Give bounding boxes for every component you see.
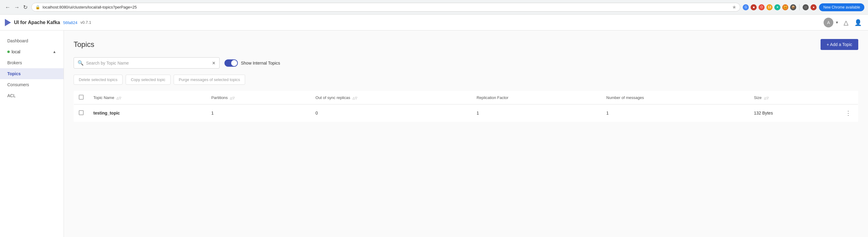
app-header: UI for Apache Kafka 56fa824 v0.7.1 A ▼ △… <box>0 15 868 30</box>
toggle-group: Show Internal Topics <box>224 59 280 67</box>
header-num-messages: Number of messages <box>601 91 749 104</box>
search-box: 🔍 ✕ <box>73 57 220 69</box>
header-topic-name[interactable]: Topic Name △▽ <box>89 91 207 104</box>
copy-topic-button[interactable]: Copy selected topic <box>126 75 170 85</box>
sidebar-item-topics[interactable]: Topics <box>0 68 64 79</box>
header-partitions[interactable]: Partitions △▽ <box>207 91 311 104</box>
add-topic-button[interactable]: + Add a Topic <box>820 39 858 50</box>
header-out-of-sync[interactable]: Out of sync replicas △▽ <box>311 91 472 104</box>
refresh-button[interactable]: ↻ <box>22 3 29 11</box>
header-right: A ▼ △ 👤 <box>824 18 863 27</box>
clear-search-icon[interactable]: ✕ <box>212 61 216 65</box>
dashboard-label: Dashboard <box>7 38 28 43</box>
ext-icon-2[interactable]: ■ <box>751 4 757 10</box>
browser-nav: ← → ↻ <box>4 3 29 11</box>
col-size-label: Size <box>754 95 762 100</box>
header-actions <box>838 91 858 104</box>
main-layout: Dashboard local ▲ Brokers Topics Consume… <box>0 30 868 237</box>
browser-bar: ← → ↻ 🔒 localhost:8080/ui/clusters/local… <box>0 0 868 15</box>
delete-topics-button[interactable]: Delete selected topics <box>73 75 123 85</box>
search-input[interactable] <box>86 61 210 65</box>
col-out-of-sync-label: Out of sync replicas <box>315 95 350 100</box>
sidebar-item-brokers[interactable]: Brokers <box>0 57 64 68</box>
topics-table: Topic Name △▽ Partitions △▽ Out of sync … <box>73 91 858 122</box>
cluster-name: local <box>11 49 20 54</box>
col-topic-name-label: Topic Name <box>93 95 114 100</box>
row-size: 132 Bytes <box>749 104 838 122</box>
app-name: UI for Apache Kafka <box>14 20 60 25</box>
row-checkbox-cell <box>74 104 89 122</box>
topic-name-value: testing_topic <box>93 111 120 115</box>
new-chrome-button[interactable]: New Chrome available <box>819 3 864 11</box>
ext-icon-6[interactable]: 🐱 <box>782 4 788 10</box>
show-internal-toggle[interactable] <box>224 59 238 67</box>
avatar-button[interactable]: A <box>824 18 833 27</box>
forward-button[interactable]: → <box>13 3 21 11</box>
user-icon-button[interactable]: 👤 <box>853 18 863 27</box>
select-all-checkbox[interactable] <box>79 95 84 100</box>
row-topic-name[interactable]: testing_topic <box>89 104 207 122</box>
ext-icon-5[interactable]: ✦ <box>774 4 780 10</box>
browser-extensions: G ■ O 13 ✦ 🐱 📦 □ ● <box>743 4 816 10</box>
cluster-chevron-icon: ▲ <box>53 50 56 54</box>
sort-topic-name-icon: △▽ <box>117 96 121 100</box>
version-text: v0.7.1 <box>80 20 91 25</box>
sidebar: Dashboard local ▲ Brokers Topics Consume… <box>0 30 64 237</box>
page-title: Topics <box>73 40 94 49</box>
content-area: Topics + Add a Topic 🔍 ✕ Show Internal T… <box>64 30 868 237</box>
col-replication-label: Replication Factor <box>476 95 508 100</box>
ext-icon-8[interactable]: □ <box>803 4 809 10</box>
avatar-chevron: ▼ <box>835 20 839 25</box>
header-replication-factor: Replication Factor <box>472 91 601 104</box>
page-header-row: Topics + Add a Topic <box>73 39 858 50</box>
toolbar: 🔍 ✕ Show Internal Topics <box>73 57 858 69</box>
ext-icon-7[interactable]: 📦 <box>790 4 796 10</box>
lock-icon: 🔒 <box>35 5 40 9</box>
toggle-label: Show Internal Topics <box>241 61 280 65</box>
ext-icon-1[interactable]: G <box>743 4 749 10</box>
sidebar-item-dashboard[interactable]: Dashboard <box>0 35 64 46</box>
search-icon: 🔍 <box>78 60 84 66</box>
ext-icon-3[interactable]: O <box>758 4 765 10</box>
header-checkbox-cell <box>74 91 89 104</box>
sort-size-icon: △▽ <box>764 96 769 100</box>
sort-partitions-icon: △▽ <box>230 96 235 100</box>
version-hash: 56fa824 <box>63 20 77 25</box>
ext-icon-9[interactable]: ● <box>810 4 816 10</box>
cluster-header[interactable]: local ▲ <box>0 46 64 57</box>
avatar-group: A ▼ <box>824 18 839 27</box>
table-body: testing_topic 1 0 1 1 132 Bytes ⋮ <box>74 104 858 122</box>
table-row: testing_topic 1 0 1 1 132 Bytes ⋮ <box>74 104 858 122</box>
action-row: Delete selected topics Copy selected top… <box>73 75 858 85</box>
logo-icon <box>5 19 11 26</box>
back-button[interactable]: ← <box>4 3 11 11</box>
app-logo: UI for Apache Kafka 56fa824 v0.7.1 <box>5 19 91 26</box>
row-partitions: 1 <box>207 104 311 122</box>
row-num-messages: 1 <box>601 104 749 122</box>
row-checkbox[interactable] <box>79 110 84 115</box>
bookmark-icon: ★ <box>732 4 736 10</box>
sort-out-of-sync-icon: △▽ <box>352 96 358 100</box>
address-bar[interactable]: 🔒 localhost:8080/ui/clusters/local/all-t… <box>31 3 740 11</box>
toggle-thumb <box>231 60 237 66</box>
github-icon-button[interactable]: △ <box>842 18 849 27</box>
col-partitions-label: Partitions <box>211 95 228 100</box>
cluster-status-dot <box>7 51 10 53</box>
row-out-of-sync: 0 <box>311 104 472 122</box>
ext-icon-4[interactable]: 13 <box>767 4 773 10</box>
row-menu-cell: ⋮ <box>838 104 858 122</box>
header-size[interactable]: Size △▽ <box>749 91 838 104</box>
sidebar-item-consumers[interactable]: Consumers <box>0 79 64 90</box>
col-num-messages-label: Number of messages <box>607 95 644 100</box>
table-header: Topic Name △▽ Partitions △▽ Out of sync … <box>74 91 858 104</box>
version-link[interactable]: 56fa824 <box>63 20 77 25</box>
sidebar-item-acl[interactable]: ACL <box>0 90 64 101</box>
divider <box>799 4 800 10</box>
row-replication-factor: 1 <box>472 104 601 122</box>
purge-topics-button[interactable]: Purge messages of selected topics <box>174 75 245 85</box>
url-text: localhost:8080/ui/clusters/local/all-top… <box>42 5 730 9</box>
row-menu-button[interactable]: ⋮ <box>843 109 853 117</box>
